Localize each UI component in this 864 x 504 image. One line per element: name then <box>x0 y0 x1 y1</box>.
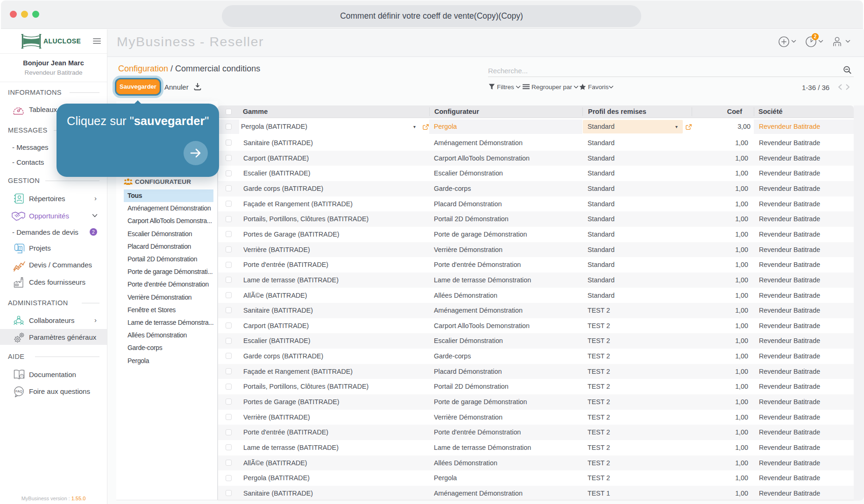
svg-text:?: ? <box>21 374 23 378</box>
svg-text:FAQ: FAQ <box>15 389 23 393</box>
